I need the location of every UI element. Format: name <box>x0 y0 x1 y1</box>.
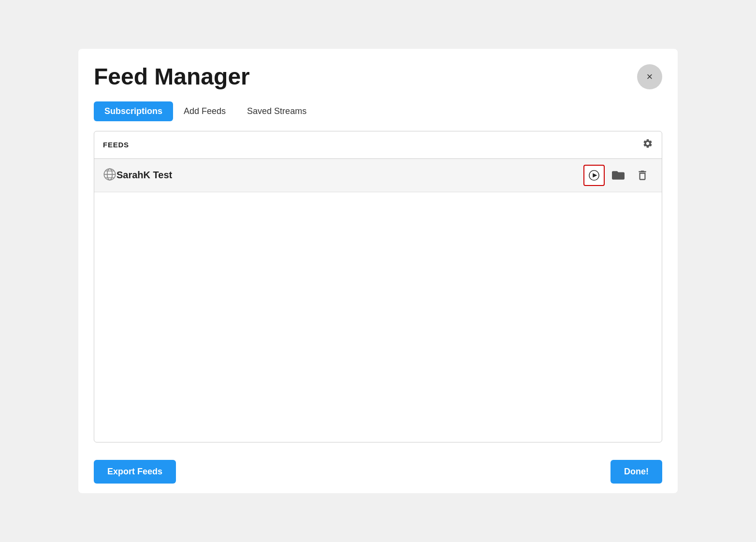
svg-marker-6 <box>593 173 597 177</box>
tab-add-feeds[interactable]: Add Feeds <box>173 101 236 121</box>
feed-manager-modal: Feed Manager × Subscriptions Add Feeds S… <box>78 49 678 493</box>
close-button[interactable]: × <box>637 64 662 89</box>
modal-footer: Export Feeds Done! <box>94 452 662 493</box>
export-feeds-button[interactable]: Export Feeds <box>94 460 176 484</box>
play-button[interactable] <box>583 165 605 186</box>
feeds-label: FEEDS <box>103 141 129 149</box>
folder-button[interactable] <box>608 165 629 186</box>
feeds-panel: FEEDS SarahK Test <box>94 131 662 442</box>
feeds-header: FEEDS <box>94 131 662 159</box>
tab-subscriptions[interactable]: Subscriptions <box>94 101 173 121</box>
feed-globe-icon <box>103 168 116 183</box>
done-button[interactable]: Done! <box>611 460 662 484</box>
feed-actions <box>583 165 653 186</box>
modal-title: Feed Manager <box>94 64 250 90</box>
feed-row: SarahK Test <box>94 159 662 192</box>
feed-name: SarahK Test <box>116 170 583 181</box>
gear-icon[interactable] <box>642 138 653 152</box>
delete-button[interactable] <box>632 165 653 186</box>
tab-saved-streams[interactable]: Saved Streams <box>236 101 317 121</box>
tabs-bar: Subscriptions Add Feeds Saved Streams <box>94 101 662 121</box>
modal-header: Feed Manager × <box>94 64 662 90</box>
